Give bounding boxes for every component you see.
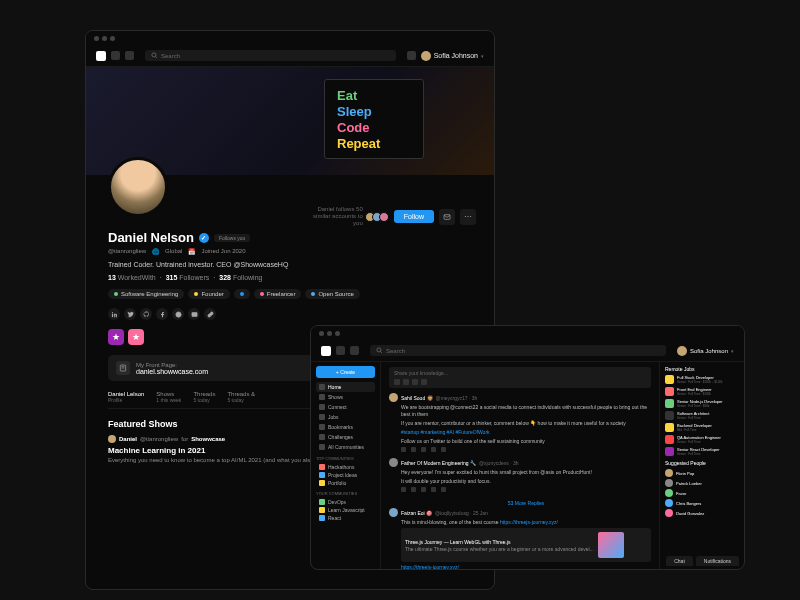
profile-tag[interactable]: Open Source <box>305 289 359 299</box>
post-action-icon[interactable] <box>441 447 446 452</box>
user-name: Sofia Johnson <box>434 52 478 59</box>
similar-avatars[interactable] <box>368 212 389 222</box>
worked-count[interactable]: 13 <box>108 274 116 281</box>
traffic-light-max[interactable] <box>335 331 340 336</box>
logo-icon[interactable] <box>321 346 331 356</box>
sidebar-nav-item[interactable]: Challenges <box>316 432 375 442</box>
traffic-light-max[interactable] <box>110 36 115 41</box>
post-action-icon[interactable] <box>431 447 436 452</box>
notifications-toggle[interactable]: Notifications <box>696 556 739 566</box>
nav-icon-3[interactable] <box>407 51 416 60</box>
compose-box[interactable]: Share your knowledge... <box>389 367 651 388</box>
post-action-icon[interactable] <box>421 487 426 492</box>
profile-tag[interactable]: Freelancer <box>254 289 302 299</box>
post-action-icon[interactable] <box>441 487 446 492</box>
profile-tag[interactable] <box>234 289 250 299</box>
compose-attach-icon[interactable] <box>394 379 400 385</box>
post-hashtags[interactable]: #startup #marketing #AI #FutureOfWork <box>401 429 651 436</box>
feed-post[interactable]: Sahil Sood 🦁@meycrgyz17 · 3h We are boot… <box>389 393 651 452</box>
feed-post[interactable]: Father Of Modern Engineering 🔧@xjonycdev… <box>389 458 651 492</box>
sidebar-nav-item[interactable]: Connect <box>316 402 375 412</box>
nav-icon-2[interactable] <box>350 346 359 355</box>
nav-icon-1[interactable] <box>336 346 345 355</box>
job-item[interactable]: Front End EngineerSenior · Full Time · $… <box>665 387 739 396</box>
post-action-icon[interactable] <box>431 487 436 492</box>
card-url[interactable]: https://threejs-journey.xyz/ <box>401 564 651 569</box>
job-item[interactable]: Backend DeveloperMid · Full Time <box>665 423 739 432</box>
traffic-light-min[interactable] <box>327 331 332 336</box>
email-icon[interactable] <box>188 308 200 320</box>
sidebar-nav-item[interactable]: Bookmarks <box>316 422 375 432</box>
globe-link-icon[interactable] <box>172 308 184 320</box>
person-item[interactable]: Favor <box>665 489 739 497</box>
post-action-icon[interactable] <box>401 487 406 492</box>
more-replies-button[interactable]: 53 More Replies <box>401 498 651 508</box>
search-input[interactable]: Search <box>145 50 396 61</box>
job-item[interactable]: Senior Node.js DeveloperSenior · Full Ti… <box>665 399 739 408</box>
sidebar-nav-item[interactable]: All Communities <box>316 442 375 452</box>
linkedin-icon[interactable] <box>108 308 120 320</box>
person-item[interactable]: Patrick Loeber <box>665 479 739 487</box>
svg-line-11 <box>380 351 381 352</box>
followers-count[interactable]: 315 <box>166 274 178 281</box>
profile-tab[interactable]: Threads &5 today <box>227 391 255 403</box>
post-avatar <box>389 458 398 467</box>
community-item[interactable]: Hackathons <box>316 463 375 471</box>
community-item[interactable]: Learn Javascript <box>316 506 375 514</box>
profile-tab[interactable]: Daniel LelsonProfile <box>108 391 144 403</box>
post-link[interactable]: https://threejs-journey.xyz/ <box>500 519 558 525</box>
traffic-light-min[interactable] <box>102 36 107 41</box>
traffic-light-close[interactable] <box>94 36 99 41</box>
badge-hex-icon[interactable] <box>128 329 144 345</box>
facebook-icon[interactable] <box>156 308 168 320</box>
profile-avatar[interactable] <box>108 157 168 217</box>
user-menu[interactable]: Sofia Johnson ▾ <box>677 346 734 356</box>
sidebar-nav-item[interactable]: Home <box>316 382 375 392</box>
community-item[interactable]: Project Ideas <box>316 471 375 479</box>
sidebar-nav-item[interactable]: Shows <box>316 392 375 402</box>
badge-star-icon[interactable] <box>108 329 124 345</box>
search-icon <box>376 347 383 354</box>
create-button[interactable]: + Create <box>316 366 375 378</box>
person-item[interactable]: Chris Bongers <box>665 499 739 507</box>
following-count[interactable]: 328 <box>219 274 231 281</box>
compose-code-icon[interactable] <box>412 379 418 385</box>
logo-icon[interactable] <box>96 51 106 61</box>
job-item[interactable]: Senior React DeveloperSenior · Full Time <box>665 447 739 456</box>
search-input[interactable]: Search <box>370 345 666 356</box>
profile-tag[interactable]: Founder <box>188 289 229 299</box>
traffic-light-close[interactable] <box>319 331 324 336</box>
job-item[interactable]: QA Automation EngineerSenior · Full Time <box>665 435 739 444</box>
post-action-icon[interactable] <box>421 447 426 452</box>
follow-button[interactable]: Follow <box>394 210 434 223</box>
chat-toggle[interactable]: Chat <box>666 556 693 566</box>
person-item[interactable]: David Gonzalez <box>665 509 739 517</box>
compose-image-icon[interactable] <box>403 379 409 385</box>
profile-tab[interactable]: Threads5 today <box>193 391 215 403</box>
profile-tag[interactable]: Software Engineering <box>108 289 184 299</box>
job-item[interactable]: Software ArchitectSenior · Full Time <box>665 411 739 420</box>
post-action-icon[interactable] <box>411 447 416 452</box>
post-body: Hey everyone! I'm super excited to hunt … <box>401 469 651 476</box>
user-menu[interactable]: Sofia Johnson ▾ <box>421 51 484 61</box>
message-button[interactable] <box>439 209 455 225</box>
post-action-icon[interactable] <box>401 447 406 452</box>
community-item[interactable]: React <box>316 514 375 522</box>
compose-emoji-icon[interactable] <box>421 379 427 385</box>
community-item[interactable]: Portfolio <box>316 479 375 487</box>
link-preview-card[interactable]: Three.js Journey — Learn WebGL with Thre… <box>401 528 651 562</box>
nav-icon-2[interactable] <box>125 51 134 60</box>
job-item[interactable]: Full Stack DeveloperSenior · Full Time ·… <box>665 375 739 384</box>
github-icon[interactable] <box>140 308 152 320</box>
link-icon[interactable] <box>204 308 216 320</box>
person-item[interactable]: Florin Pop <box>665 469 739 477</box>
profile-tab[interactable]: Shows1 this week <box>156 391 181 403</box>
sidebar-nav-item[interactable]: Jobs <box>316 412 375 422</box>
community-item[interactable]: DevOps <box>316 498 375 506</box>
feed-post[interactable]: Faizan Eoi 🎯@ioqllyytsdusg · 25 Jan This… <box>389 508 651 569</box>
twitter-icon[interactable] <box>124 308 136 320</box>
nav-icon-1[interactable] <box>111 51 120 60</box>
more-button[interactable]: ⋯ <box>460 209 476 225</box>
post-action-icon[interactable] <box>411 487 416 492</box>
card-desc: The ultimate Three.js course whether you… <box>405 546 594 552</box>
